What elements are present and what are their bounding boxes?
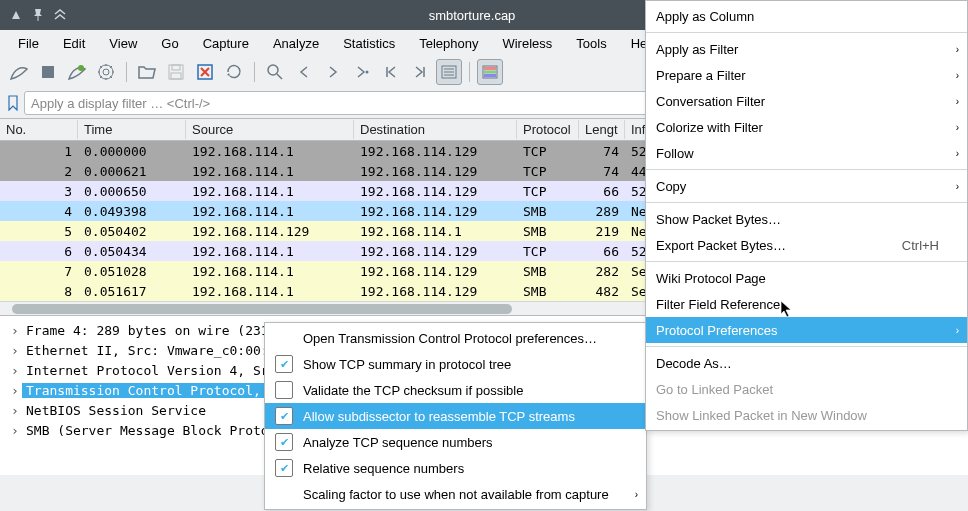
col-no-header[interactable]: No. [0, 120, 78, 139]
menu-item[interactable]: Open Transmission Control Protocol prefe… [265, 325, 646, 351]
packet-cell-len: 66 [579, 244, 625, 259]
go-first-packet-icon[interactable] [378, 59, 404, 85]
svg-rect-13 [484, 71, 496, 74]
menu-item[interactable]: Wiki Protocol Page [646, 265, 967, 291]
start-capture-icon[interactable] [6, 59, 32, 85]
menu-item-label: Apply as Filter [656, 42, 939, 57]
packet-cell-src: 192.168.114.1 [186, 184, 354, 199]
col-dst-header[interactable]: Destination [354, 120, 517, 139]
expand-toggle-icon[interactable]: › [8, 403, 22, 418]
packet-cell-proto: TCP [517, 164, 579, 179]
packet-cell-proto: TCP [517, 244, 579, 259]
expand-toggle-icon[interactable]: › [8, 343, 22, 358]
checkbox-icon [275, 407, 293, 425]
expand-toggle-icon[interactable]: › [8, 363, 22, 378]
menu-item[interactable]: Protocol Preferences› [646, 317, 967, 343]
detail-label: NetBIOS Session Service [22, 403, 206, 418]
detail-label: Internet Protocol Version 4, Sr [22, 363, 269, 378]
col-len-header[interactable]: Lengt [579, 120, 625, 139]
packet-cell-no: 2 [0, 164, 78, 179]
menu-item[interactable]: Show TCP summary in protocol tree [265, 351, 646, 377]
colorize-packets-icon[interactable] [477, 59, 503, 85]
menu-go[interactable]: Go [151, 33, 188, 54]
menu-separator [646, 202, 967, 203]
menu-item[interactable]: Apply as Filter› [646, 36, 967, 62]
detail-label: Transmission Control Protocol, [22, 383, 269, 398]
menu-item[interactable]: Follow› [646, 140, 967, 166]
expand-toggle-icon[interactable]: › [8, 423, 22, 438]
chevron-up-icon[interactable] [54, 9, 66, 21]
menu-item[interactable]: Analyze TCP sequence numbers [265, 429, 646, 455]
menu-item-label: Wiki Protocol Page [656, 271, 939, 286]
restart-capture-icon[interactable] [64, 59, 90, 85]
find-packet-icon[interactable] [262, 59, 288, 85]
packet-cell-time: 0.051028 [78, 264, 186, 279]
col-proto-header[interactable]: Protocol [517, 120, 579, 139]
menu-item[interactable]: Colorize with Filter› [646, 114, 967, 140]
packet-cell-time: 0.051617 [78, 284, 186, 299]
menu-item-label: Conversation Filter [656, 94, 939, 109]
go-to-packet-icon[interactable] [349, 59, 375, 85]
menu-edit[interactable]: Edit [53, 33, 95, 54]
packet-cell-dst: 192.168.114.129 [354, 264, 517, 279]
svg-point-8 [268, 65, 278, 75]
auto-scroll-icon[interactable] [436, 59, 462, 85]
menu-item[interactable]: Prepare a Filter› [646, 62, 967, 88]
packet-cell-len: 74 [579, 164, 625, 179]
menu-item[interactable]: Export Packet Bytes…Ctrl+H [646, 232, 967, 258]
svg-rect-5 [172, 65, 180, 70]
packet-cell-time: 0.050434 [78, 244, 186, 259]
menu-item[interactable]: Decode As… [646, 350, 967, 376]
packet-cell-no: 4 [0, 204, 78, 219]
menu-item-label: Relative sequence numbers [303, 461, 618, 476]
menu-item[interactable]: Allow subdissector to reassemble TCP str… [265, 403, 646, 429]
menu-item[interactable]: Filter Field Reference [646, 291, 967, 317]
menu-item[interactable]: Show Packet Bytes… [646, 206, 967, 232]
menu-capture[interactable]: Capture [193, 33, 259, 54]
open-file-icon[interactable] [134, 59, 160, 85]
menu-telephony[interactable]: Telephony [409, 33, 488, 54]
expand-toggle-icon[interactable]: › [8, 383, 22, 398]
menu-item: Go to Linked Packet [646, 376, 967, 402]
save-file-icon[interactable] [163, 59, 189, 85]
col-time-header[interactable]: Time [78, 120, 186, 139]
checkbox-icon [275, 381, 293, 399]
packet-cell-proto: SMB [517, 224, 579, 239]
filter-bookmark-icon[interactable] [6, 92, 20, 114]
menu-wireless[interactable]: Wireless [492, 33, 562, 54]
go-prev-packet-icon[interactable] [291, 59, 317, 85]
reload-file-icon[interactable] [221, 59, 247, 85]
menu-item[interactable]: Apply as Column [646, 3, 967, 29]
packet-cell-time: 0.000621 [78, 164, 186, 179]
menu-item[interactable]: Relative sequence numbers [265, 455, 646, 481]
menu-item[interactable]: Scaling factor to use when not available… [265, 481, 646, 507]
close-file-icon[interactable] [192, 59, 218, 85]
submenu-arrow-icon: › [956, 122, 959, 133]
menu-tools[interactable]: Tools [566, 33, 616, 54]
submenu-arrow-icon: › [956, 181, 959, 192]
app-menu-icon[interactable] [10, 9, 22, 21]
checkbox-icon [275, 355, 293, 373]
menu-item[interactable]: Conversation Filter› [646, 88, 967, 114]
packet-cell-dst: 192.168.114.129 [354, 284, 517, 299]
menu-file[interactable]: File [8, 33, 49, 54]
stop-capture-icon[interactable] [35, 59, 61, 85]
menu-item[interactable]: Copy› [646, 173, 967, 199]
packet-cell-dst: 192.168.114.129 [354, 244, 517, 259]
menu-analyze[interactable]: Analyze [263, 33, 329, 54]
pin-icon[interactable] [32, 9, 44, 21]
menu-item-label: Validate the TCP checksum if possible [303, 383, 618, 398]
menu-statistics[interactable]: Statistics [333, 33, 405, 54]
expand-toggle-icon[interactable]: › [8, 323, 22, 338]
go-next-packet-icon[interactable] [320, 59, 346, 85]
packet-cell-no: 7 [0, 264, 78, 279]
col-src-header[interactable]: Source [186, 120, 354, 139]
menu-view[interactable]: View [99, 33, 147, 54]
go-last-packet-icon[interactable] [407, 59, 433, 85]
menu-item[interactable]: Validate the TCP checksum if possible [265, 377, 646, 403]
menu-item-label: Colorize with Filter [656, 120, 939, 135]
packet-cell-len: 219 [579, 224, 625, 239]
packet-cell-time: 0.000650 [78, 184, 186, 199]
capture-options-icon[interactable] [93, 59, 119, 85]
menu-item-label: Show TCP summary in protocol tree [303, 357, 618, 372]
